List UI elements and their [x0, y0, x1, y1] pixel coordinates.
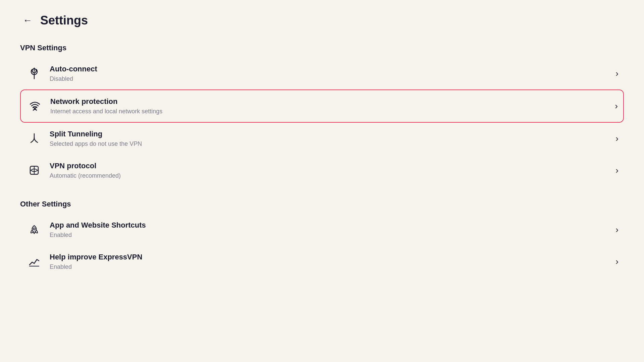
auto-connect-icon	[25, 65, 43, 82]
vpn-settings-section: VPN Settings Auto-connect Disabl	[20, 44, 624, 186]
network-protection-content: Network protection Internet access and l…	[50, 97, 609, 115]
split-tunneling-content: Split Tunneling Selected apps do not use…	[50, 129, 610, 148]
settings-item-help-improve[interactable]: Help improve ExpressVPN Enabled ›	[20, 246, 624, 278]
header: ← Settings	[20, 13, 624, 27]
help-improve-chevron: ›	[615, 256, 619, 267]
split-tunneling-title: Split Tunneling	[50, 129, 610, 139]
vpn-settings-list: Auto-connect Disabled ›	[20, 58, 624, 186]
network-protection-title: Network protection	[50, 97, 609, 107]
settings-item-app-shortcuts[interactable]: App and Website Shortcuts Enabled ›	[20, 214, 624, 246]
auto-connect-title: Auto-connect	[50, 64, 610, 74]
svg-point-9	[33, 228, 35, 230]
network-protection-chevron: ›	[615, 101, 618, 111]
page-title: Settings	[40, 13, 88, 27]
auto-connect-subtitle: Disabled	[50, 75, 610, 83]
app-shortcuts-subtitle: Enabled	[50, 231, 610, 239]
network-protection-subtitle: Internet access and local network settin…	[50, 108, 609, 115]
vpn-protocol-title: VPN protocol	[50, 161, 610, 171]
app-shortcuts-chevron: ›	[615, 225, 619, 235]
settings-item-network-protection[interactable]: Network protection Internet access and l…	[20, 89, 624, 123]
other-settings-section: Other Settings App and Website Shortcuts…	[20, 200, 624, 278]
help-improve-title: Help improve ExpressVPN	[50, 252, 610, 262]
other-settings-list: App and Website Shortcuts Enabled › Help…	[20, 214, 624, 278]
app-shortcuts-title: App and Website Shortcuts	[50, 221, 610, 230]
app-shortcuts-content: App and Website Shortcuts Enabled	[50, 221, 610, 239]
settings-item-vpn-protocol[interactable]: VPN protocol Automatic (recommended) ›	[20, 155, 624, 186]
vpn-protocol-chevron: ›	[615, 165, 619, 176]
split-tunneling-subtitle: Selected apps do not use the VPN	[50, 140, 610, 148]
network-protection-icon	[26, 97, 44, 115]
settings-item-auto-connect[interactable]: Auto-connect Disabled ›	[20, 58, 624, 89]
page-container: ← Settings VPN Settings	[0, 0, 644, 291]
app-shortcuts-icon	[25, 221, 43, 238]
vpn-protocol-icon	[25, 162, 43, 179]
vpn-protocol-content: VPN protocol Automatic (recommended)	[50, 161, 610, 180]
back-button[interactable]: ←	[20, 14, 35, 27]
section-gap	[20, 186, 624, 197]
back-arrow-icon: ←	[23, 15, 32, 26]
help-improve-subtitle: Enabled	[50, 263, 610, 271]
auto-connect-content: Auto-connect Disabled	[50, 64, 610, 83]
split-tunneling-chevron: ›	[615, 133, 619, 144]
vpn-section-title: VPN Settings	[20, 44, 624, 52]
vpn-protocol-subtitle: Automatic (recommended)	[50, 172, 610, 180]
settings-item-split-tunneling[interactable]: Split Tunneling Selected apps do not use…	[20, 123, 624, 155]
other-section-title: Other Settings	[20, 200, 624, 208]
help-improve-icon	[25, 253, 43, 270]
help-improve-content: Help improve ExpressVPN Enabled	[50, 252, 610, 271]
auto-connect-chevron: ›	[615, 68, 619, 79]
split-tunneling-icon	[25, 130, 43, 147]
